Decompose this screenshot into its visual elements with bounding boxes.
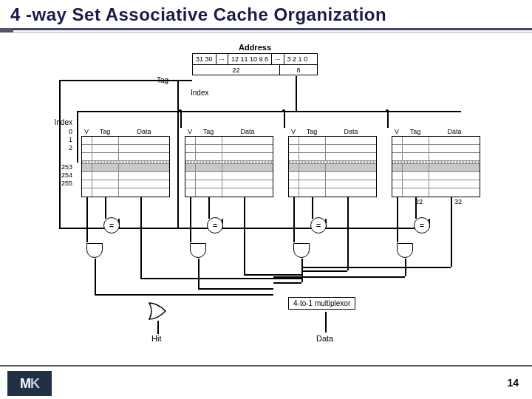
wire-dot [386,109,389,112]
data-bus-2 [303,270,347,272]
col-data: Data [222,128,273,135]
tag-bus-top [59,80,177,81]
hit-output-label: Hit [151,334,161,343]
index-column: Index 0 1 2 253 254 255 [50,118,72,188]
hit-bus-2 [273,282,301,284]
data-out-3 [451,197,452,267]
address-bits: 31 30 ··· 12 11 10 9 8 ··· 3 2 1 0 [192,53,318,65]
cache-way-2: V Tag Data [288,128,377,197]
and-gate-2 [293,243,310,258]
multiplexor: 4-to-1 multiplexor [288,297,355,310]
address-block: Address 31 30 ··· 12 11 10 9 8 ··· 3 2 1… [192,43,318,75]
data-bus-3 [303,267,451,268]
idx: 1 [50,136,72,144]
page-number: 14 [507,377,519,389]
tag-out-1 [208,197,210,219]
valid-out-2 [293,197,295,242]
col-data: Data [118,128,170,135]
tag-wire [177,80,179,228]
way-table [185,136,273,197]
cache-way-3: V Tag Data [392,128,480,197]
addr-bit-range: 3 2 1 0 [284,54,311,64]
index-field: 8 [280,65,317,75]
way-table [392,136,480,197]
idx-feed-0 [77,111,78,163]
idx: 255 [50,180,72,188]
tag-bus-v [59,80,61,228]
wire-dot [282,109,285,112]
tag-wire-h [177,80,192,81]
cache-way-0: V Tag Data [81,128,170,197]
comparator-2: = [310,217,327,233]
mux-label: 4-to-1 multiplexor [293,299,350,307]
idx: 254 [50,171,72,180]
idx-feed-3 [387,111,389,128]
data-bus-width: 32 [454,198,462,205]
col-data: Data [325,128,377,135]
data-out-1 [244,197,245,274]
hit-bus-0 [95,294,273,296]
index-width-label: 8 [296,66,300,74]
hit-out-wire [157,321,159,334]
idx: 253 [50,163,72,171]
and-gate-3 [397,243,413,258]
col-valid: V [81,128,92,135]
way-table [81,136,170,197]
col-tag: Tag [92,128,118,135]
index-title: Index [50,118,72,126]
publisher-logo: MK [7,371,52,396]
way-table [288,136,377,197]
hit-1 [198,259,200,288]
hit-0 [95,259,96,294]
data-out-2 [347,197,349,270]
idx: 0 [50,128,72,136]
addr-bit-ellipsis: ··· [216,54,229,64]
tag-out-3 [415,197,417,219]
and-gate-1 [190,243,206,258]
addr-bit-range: 31 30 [193,54,216,64]
tag-field: 22 [193,65,280,75]
tag-out-0 [105,197,106,219]
footer-rule [0,365,532,366]
cache-way-1: V Tag Data [185,128,273,197]
data-output-label: Data [316,334,333,343]
cache-diagram: Address 31 30 ··· 12 11 10 9 8 ··· 3 2 1… [44,43,488,346]
col-valid: V [288,128,299,135]
title-rule-dark [0,28,532,30]
col-valid: V [392,128,402,135]
col-valid: V [185,128,195,135]
logo-k: K [30,376,39,392]
index-wire-v [296,76,297,111]
data-bus-1 [244,274,303,276]
data-bus-0 [140,278,303,279]
address-split: 22 8 [192,65,318,75]
or-gate [148,301,167,321]
tag-width-label: 22 [232,66,239,74]
logo-m: M [20,376,30,392]
col-tag: Tag [402,128,429,135]
idx: 2 [50,144,72,152]
tag-out-2 [312,197,313,219]
idx-highlight-row [50,155,72,163]
wire-dot [179,109,182,112]
col-tag: Tag [195,128,222,135]
idx-feed-1 [180,111,182,128]
comparator-3: = [414,217,430,233]
title-rule-light [0,32,532,33]
hit-bus-1 [198,288,273,290]
tag-bus-width: 22 [415,198,423,205]
title-accent [0,28,13,33]
data-out-0 [140,197,142,278]
slide-title: 4 -way Set Associative Cache Organizatio… [0,0,532,28]
valid-out-0 [86,197,88,242]
index-label: Index [191,89,208,97]
address-label: Address [192,43,318,52]
comparator-0: = [103,217,120,233]
addr-bit-ellipsis: ··· [272,54,284,64]
idx-feed-2 [284,111,285,128]
comparator-1: = [207,217,223,233]
addr-bit-range: 12 11 10 9 8 [228,54,272,64]
col-tag: Tag [299,128,325,135]
valid-out-3 [397,197,398,242]
index-wire-h [77,111,461,112]
